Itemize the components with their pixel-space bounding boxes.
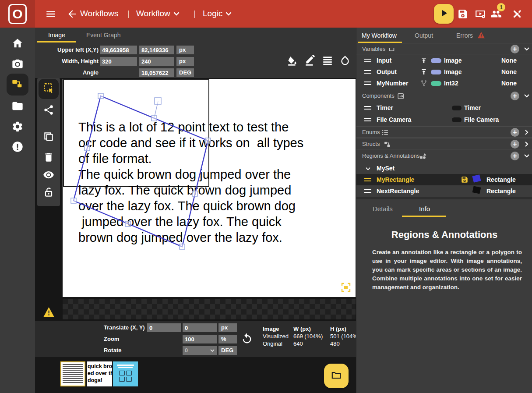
variables-icon [388,46,395,53]
fill-color-icon[interactable] [287,55,298,66]
reset-view-icon[interactable] [241,333,253,345]
variable-row-output[interactable]: Output Image None [356,66,532,78]
tab-image[interactable]: Image [48,32,65,39]
view-transform-toolbar: Translate (X, Y) px Zoom % Rotate 0 DEG … [35,321,356,357]
info-heading: Regions & Annotations [356,229,532,241]
alert-icon[interactable] [11,141,24,153]
panel-separator [356,197,532,199]
add-variable-button[interactable]: + [511,45,519,53]
regions-shapes-icon [419,152,426,160]
upper-left-x-input[interactable] [100,46,137,54]
annotation-my-rectangle[interactable] [63,79,356,297]
camera-icon[interactable] [11,57,24,70]
variable-row-mynumber[interactable]: MyNumber Int32 None [356,78,532,89]
tab-output[interactable]: Output [415,32,433,39]
region-row-myrectangle-selected[interactable]: MyRectangle Rectangle [356,174,532,185]
draw-color-icon[interactable] [304,55,316,66]
open-folder-button[interactable] [324,364,349,388]
chevron-down-icon [225,9,232,18]
width-input[interactable] [100,57,137,66]
toolbar-divider [238,326,238,352]
tab-errors[interactable]: Errors [456,32,473,39]
upper-left-unit: px [176,46,194,54]
home-icon[interactable] [11,37,24,50]
app-logo[interactable]: O [0,0,35,28]
save-link-icon[interactable] [457,8,469,20]
add-struct-button[interactable]: + [511,140,519,149]
thumbnail-selected[interactable] [60,361,85,386]
line-width-icon[interactable] [322,55,333,66]
angle-input[interactable] [139,68,174,77]
tab-my-workflow[interactable]: My Workflow [362,32,397,39]
branch-scope-icon [420,80,427,87]
visibility-eye-icon[interactable] [43,169,54,181]
zoom-input[interactable] [183,335,217,343]
fit-to-view-icon[interactable] [341,282,351,293]
marquee-select-icon [43,82,54,96]
drag-handle-icon[interactable] [364,189,371,193]
add-component-button[interactable]: + [511,92,519,100]
image-size-info: Image W (px) H (px) Visualized 669 (104%… [263,325,365,347]
component-row-timer[interactable]: Timer Timer [356,102,532,113]
save-link-icon[interactable] [461,176,469,185]
enums-section-header[interactable]: Enums + [356,126,532,138]
region-set-row[interactable]: MySet [356,163,532,174]
tab-event-graph[interactable]: Event Graph [86,32,121,39]
drag-handle-icon[interactable] [364,106,371,110]
drag-handle-icon[interactable] [364,81,371,85]
back-arrow-icon[interactable] [67,8,78,20]
breadcrumb-workflow-dropdown[interactable]: Workflow [136,9,180,18]
folder-icon[interactable] [11,100,24,112]
add-region-button[interactable]: + [511,152,519,160]
lock-open-icon[interactable] [43,187,54,198]
drag-handle-icon[interactable] [364,59,371,62]
region-row-nextrectangle[interactable]: NextRectangle Rectangle [356,185,532,197]
video-settings-icon[interactable] [475,8,486,20]
drag-handle-icon[interactable] [364,178,371,181]
translate-y-input[interactable] [183,323,217,332]
translate-unit: px [218,323,237,332]
translate-x-input[interactable] [147,323,181,332]
left-nav-sidebar [0,28,35,393]
workflow-side-panel: My Workflow Output Errors Variables + In… [356,28,532,393]
drag-handle-icon[interactable] [364,70,371,74]
opacity-droplet-icon[interactable] [339,55,351,66]
height-input[interactable] [139,57,174,66]
add-enum-button[interactable]: + [511,128,519,137]
folder-icon [331,369,342,382]
size-label: Width, Height [35,57,99,66]
polygon-tool-icon[interactable] [43,104,54,116]
rotate-label: Rotate [104,346,121,355]
thumbnail-2[interactable]: quick browed over thdogs! [87,361,112,386]
canvas-tool-strip [37,78,60,206]
upper-left-label: Upper left (X,Y) [35,46,99,54]
upper-left-y-input[interactable] [139,46,174,54]
structs-section-header[interactable]: Structs + [356,138,532,149]
tab-info[interactable]: Info [419,205,430,212]
variables-section-header[interactable]: Variables + [356,43,532,54]
type-pill [452,106,462,110]
thumbnail-3[interactable] [113,361,138,386]
breadcrumb-workflows[interactable]: Workflows [80,9,118,18]
copy-icon[interactable] [43,131,54,142]
run-workflow-button[interactable] [434,4,454,24]
select-tool-active[interactable] [39,79,59,99]
breadcrumb-logic-dropdown[interactable]: Logic [203,9,232,18]
warning-triangle-icon[interactable] [43,307,55,317]
chevron-down-icon [524,93,530,99]
workflow-nav-active[interactable] [7,74,28,96]
regions-section-header[interactable]: Regions & Annotations + [356,150,532,161]
translate-label: Translate (X, Y) [104,323,145,332]
rotate-select[interactable]: 0 [183,346,217,355]
drag-handle-icon[interactable] [364,118,371,121]
hamburger-menu-icon[interactable] [45,8,56,20]
components-section-header[interactable]: Components + [356,90,532,101]
image-canvas[interactable]: This is a lot of 12 point text to test t… [63,79,356,297]
chevron-down-icon[interactable] [365,166,371,173]
component-row-file-camera[interactable]: File Camera File Camera [356,114,532,125]
settings-gear-icon[interactable] [11,120,24,133]
variable-row-input[interactable]: Input Image None [356,55,532,66]
delete-trash-icon[interactable] [43,152,54,163]
debug-tools-icon[interactable] [511,8,523,20]
tab-details[interactable]: Details [373,205,393,212]
